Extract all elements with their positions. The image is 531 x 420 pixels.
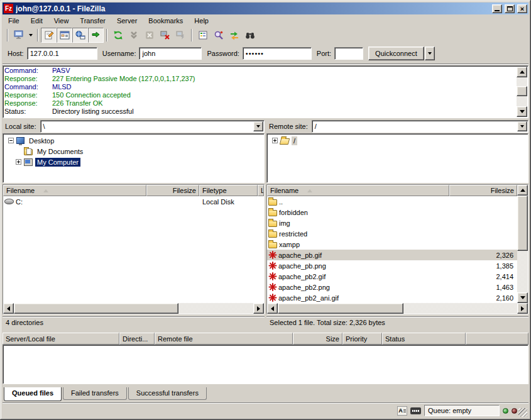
- cancel-operation-button[interactable]: [141, 28, 157, 43]
- toolbar-separator: [7, 29, 8, 41]
- tab-failed-transfers[interactable]: Failed transfers: [63, 387, 127, 400]
- scroll-thumb[interactable]: [278, 303, 403, 314]
- remote-site-dropdown-button[interactable]: [517, 121, 527, 131]
- remote-horizontal-scrollbar[interactable]: [267, 303, 528, 314]
- close-button[interactable]: ×: [517, 4, 527, 13]
- file-name: forbidden: [279, 209, 452, 216]
- column-header-direction[interactable]: Directi...: [119, 333, 155, 345]
- column-header-filename[interactable]: Filename: [267, 185, 449, 196]
- tree-item-my-computer[interactable]: My Computer: [3, 157, 264, 167]
- file-row[interactable]: apache_pb2.gif2,414: [267, 271, 517, 282]
- expand-icon[interactable]: [16, 159, 21, 165]
- process-queue-button[interactable]: [126, 28, 141, 43]
- menu-view[interactable]: View: [48, 16, 75, 26]
- scroll-thumb[interactable]: [517, 86, 527, 96]
- speed-limits-icon[interactable]: [410, 407, 421, 414]
- host-label: Host:: [3, 50, 27, 57]
- scroll-thumb[interactable]: [517, 196, 528, 251]
- column-header-filesize[interactable]: Filesize: [449, 185, 517, 196]
- disconnect-button[interactable]: [157, 28, 173, 43]
- tab-successful-transfers[interactable]: Successful transfers: [128, 387, 207, 400]
- file-row-selected[interactable]: apache_pb.gif2,326: [267, 250, 517, 260]
- remote-site-combobox[interactable]: /: [312, 120, 528, 133]
- column-header-filetype[interactable]: Filetype: [199, 185, 258, 196]
- scroll-down-button[interactable]: [517, 106, 527, 117]
- column-header-status[interactable]: Status: [382, 333, 466, 345]
- disconnect-icon: [160, 30, 170, 40]
- find-files-button[interactable]: [242, 28, 258, 43]
- site-manager-button[interactable]: [11, 28, 26, 43]
- tree-item-desktop[interactable]: Desktop: [3, 135, 264, 146]
- file-row[interactable]: apache_pb2_ani.gif2,160: [267, 292, 517, 303]
- toggle-message-log-button[interactable]: [41, 28, 57, 43]
- site-manager-dropdown-button[interactable]: [26, 28, 35, 43]
- column-header-priority[interactable]: Priority: [342, 333, 382, 345]
- username-input[interactable]: [139, 47, 202, 60]
- minimize-button[interactable]: [492, 4, 502, 13]
- column-header-size[interactable]: Size: [293, 333, 342, 345]
- file-row[interactable]: img: [267, 218, 517, 228]
- tree-item-my-documents[interactable]: My Documents: [3, 146, 264, 157]
- menu-edit[interactable]: Edit: [25, 16, 48, 26]
- resize-grip[interactable]: [518, 408, 527, 417]
- column-header-remote-file[interactable]: Remote file: [155, 333, 293, 345]
- file-row-local-disk[interactable]: C: Local Disk: [3, 196, 264, 207]
- status-bar: A Queue: empty: [3, 402, 528, 418]
- port-input[interactable]: [334, 47, 363, 60]
- column-header-filesize[interactable]: Filesize: [146, 185, 199, 196]
- quickconnect-button[interactable]: Quickconnect: [368, 47, 424, 60]
- file-row[interactable]: apache_pb.png1,385: [267, 260, 517, 271]
- quickconnect-dropdown-button[interactable]: [425, 47, 435, 60]
- toggle-local-tree-button[interactable]: [57, 28, 72, 43]
- local-site-combobox[interactable]: \: [40, 120, 265, 133]
- file-row[interactable]: ..: [267, 196, 517, 207]
- file-row[interactable]: apache_pb2.png1,463: [267, 282, 517, 292]
- refresh-button[interactable]: [110, 28, 126, 43]
- password-input[interactable]: [243, 47, 312, 60]
- column-header-server-local-file[interactable]: Server/Local file: [3, 333, 119, 345]
- collapse-icon[interactable]: [8, 138, 14, 143]
- directory-filters-button[interactable]: [195, 28, 211, 43]
- scroll-up-button[interactable]: [517, 67, 527, 77]
- tab-queued-files[interactable]: Queued files: [4, 387, 62, 401]
- scroll-left-button[interactable]: [267, 303, 278, 314]
- scroll-down-button[interactable]: [517, 292, 528, 303]
- file-row[interactable]: restricted: [267, 228, 517, 239]
- scroll-up-button[interactable]: [517, 185, 528, 196]
- title-bar[interactable]: Fz john@127.0.0.1 - FileZilla ×: [3, 3, 528, 14]
- toggle-remote-tree-button[interactable]: [72, 28, 88, 43]
- scroll-left-button[interactable]: [3, 303, 14, 314]
- log-scrollbar[interactable]: [517, 67, 527, 117]
- menu-server[interactable]: Server: [111, 16, 143, 26]
- queue-list-body[interactable]: [3, 345, 528, 384]
- open-folder-icon: [280, 138, 290, 145]
- menu-bookmarks[interactable]: Bookmarks: [143, 16, 189, 26]
- maximize-button[interactable]: [505, 4, 515, 13]
- scroll-thumb[interactable]: [14, 303, 178, 314]
- menu-help[interactable]: Help: [189, 16, 214, 26]
- file-name: apache_pb2_ani.gif: [278, 294, 452, 302]
- process-queue-icon: [129, 30, 139, 40]
- toggle-transfer-queue-button[interactable]: [88, 28, 104, 43]
- expand-icon[interactable]: [272, 138, 278, 143]
- reconnect-button[interactable]: [173, 28, 189, 43]
- synchronized-browsing-button[interactable]: [226, 28, 242, 43]
- scroll-right-button[interactable]: [517, 303, 528, 314]
- remote-vertical-scrollbar[interactable]: [517, 185, 528, 303]
- host-input[interactable]: [27, 47, 97, 60]
- file-row[interactable]: xampp: [267, 239, 517, 250]
- local-horizontal-scrollbar[interactable]: [3, 303, 264, 314]
- sort-ascending-icon: [307, 189, 312, 192]
- menu-transfer[interactable]: Transfer: [74, 16, 111, 26]
- file-row[interactable]: forbidden: [267, 207, 517, 218]
- log-type: Response:: [4, 99, 52, 108]
- toolbar: [3, 26, 528, 44]
- menu-file[interactable]: File: [3, 16, 25, 26]
- scroll-right-button[interactable]: [253, 303, 264, 314]
- data-type-indicator-icon[interactable]: A: [397, 406, 407, 416]
- directory-comparison-button[interactable]: [211, 28, 226, 43]
- tree-item-root[interactable]: /: [267, 135, 528, 146]
- local-site-dropdown-button[interactable]: [253, 121, 263, 131]
- column-header-last-modified[interactable]: L: [258, 185, 264, 196]
- column-header-filename[interactable]: Filename: [3, 185, 146, 196]
